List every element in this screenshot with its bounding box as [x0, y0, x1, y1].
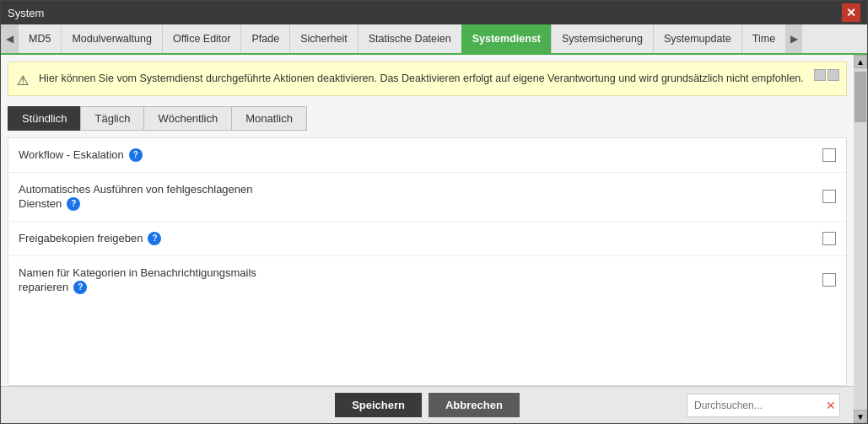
- warning-icon: ⚠: [17, 71, 29, 91]
- checkbox-namen[interactable]: [822, 273, 836, 287]
- label-row-automatisches-2: Diensten ?: [19, 197, 80, 211]
- item-text-automatisches-2: Diensten: [19, 197, 62, 210]
- tab-modulverwaltung[interactable]: Modulverwaltung: [61, 24, 163, 53]
- search-clear-button[interactable]: ✕: [822, 394, 839, 416]
- item-text-namen: Namen für Kategorien in Benachrichtigung…: [19, 266, 256, 279]
- tab-time[interactable]: Time: [741, 24, 786, 53]
- period-tab-monatlich[interactable]: Monatlich: [231, 106, 307, 131]
- period-tab-taeglich[interactable]: Täglich: [80, 106, 143, 131]
- save-button[interactable]: Speichern: [335, 393, 422, 417]
- tab-sicherheit[interactable]: Sicherheit: [289, 24, 359, 53]
- tab-md5[interactable]: MD5: [18, 24, 62, 53]
- search-box: ✕: [687, 394, 840, 417]
- item-label-automatisches: Automatisches Ausführen von fehlgeschlag…: [19, 183, 822, 211]
- item-text-workflow: Workflow - Eskalation: [19, 148, 124, 161]
- tab-systemsicherung[interactable]: Systemsicherung: [551, 24, 654, 53]
- mini-btn-2[interactable]: [828, 69, 839, 81]
- warning-text: Hier können Sie vom Systemdienst durchge…: [39, 72, 804, 84]
- item-text-namen-2: reparieren: [19, 281, 68, 293]
- help-icon-automatisches[interactable]: ?: [67, 197, 80, 211]
- item-text-automatisches: Automatisches Ausführen von fehlgeschlag…: [19, 183, 253, 196]
- footer-buttons: Speichern Abbrechen: [335, 393, 520, 417]
- mini-btn-1[interactable]: [814, 69, 826, 81]
- window-title: System: [8, 7, 44, 19]
- list-item-freigabekopien: Freigabekopien freigeben ?: [8, 222, 846, 256]
- label-row-namen-2: reparieren ?: [19, 281, 87, 294]
- checkbox-automatisches[interactable]: [822, 190, 836, 203]
- tab-nav-prev[interactable]: ◀: [1, 24, 18, 53]
- tab-statische-dateien[interactable]: Statische Dateien: [358, 24, 462, 53]
- period-tabs: Stündlich Täglich Wöchentlich Monatlich: [8, 106, 847, 131]
- tab-systemdienst[interactable]: Systemdienst: [461, 24, 552, 53]
- footer: Speichern Abbrechen ✕: [1, 386, 854, 423]
- scrollbar-down-button[interactable]: ▼: [854, 410, 867, 423]
- checkbox-workflow[interactable]: [822, 148, 836, 162]
- items-list: Workflow - Eskalation ? Automatisches Au…: [8, 137, 847, 386]
- label-row-automatisches: Automatisches Ausführen von fehlgeschlag…: [19, 183, 253, 196]
- main-window: System ✕ ◀ MD5 Modulverwaltung Office Ed…: [0, 0, 868, 424]
- item-label-freigabekopien: Freigabekopien freigeben ?: [19, 232, 822, 245]
- list-item-automatisches-ausfuehren: Automatisches Ausführen von fehlgeschlag…: [8, 173, 846, 222]
- content-area: ⚠ Hier können Sie vom Systemdienst durch…: [1, 55, 854, 423]
- tab-pfade[interactable]: Pfade: [240, 24, 290, 53]
- mini-controls: [814, 69, 839, 81]
- item-label-namen: Namen für Kategorien in Benachrichtigung…: [19, 266, 822, 294]
- help-icon-freigabekopien[interactable]: ?: [148, 232, 161, 245]
- checkbox-freigabekopien[interactable]: [822, 232, 836, 245]
- list-item-workflow-eskalation: Workflow - Eskalation ?: [8, 138, 846, 173]
- warning-banner: ⚠ Hier können Sie vom Systemdienst durch…: [8, 62, 847, 96]
- title-bar-left: System: [8, 7, 44, 19]
- help-icon-namen[interactable]: ?: [73, 281, 87, 294]
- cancel-button[interactable]: Abbrechen: [429, 393, 520, 417]
- scrollbar-track[interactable]: [854, 68, 867, 410]
- search-input[interactable]: [687, 394, 822, 416]
- tab-office-editor[interactable]: Office Editor: [162, 24, 242, 53]
- tab-nav-next[interactable]: ▶: [785, 24, 802, 53]
- main-content: ⚠ Hier können Sie vom Systemdienst durch…: [1, 55, 867, 423]
- scrollbar-thumb[interactable]: [855, 72, 866, 122]
- item-label-workflow: Workflow - Eskalation ?: [19, 148, 822, 162]
- tab-bar: ◀ MD5 Modulverwaltung Office Editor Pfad…: [1, 24, 867, 55]
- tab-systemupdate[interactable]: Systemupdate: [653, 24, 742, 53]
- close-button[interactable]: ✕: [842, 3, 860, 22]
- scrollbar-up-button[interactable]: ▲: [854, 55, 867, 68]
- right-scrollbar: ▲ ▼: [854, 55, 867, 423]
- label-row-namen: Namen für Kategorien in Benachrichtigung…: [19, 266, 256, 279]
- help-icon-workflow[interactable]: ?: [129, 148, 143, 162]
- period-tab-woechentlich[interactable]: Wöchentlich: [143, 106, 231, 131]
- list-item-namen-kategorien: Namen für Kategorien in Benachrichtigung…: [8, 256, 846, 304]
- item-text-freigabekopien: Freigabekopien freigeben: [19, 232, 143, 244]
- title-bar: System ✕: [1, 1, 867, 24]
- period-tab-stuendlich[interactable]: Stündlich: [8, 106, 80, 131]
